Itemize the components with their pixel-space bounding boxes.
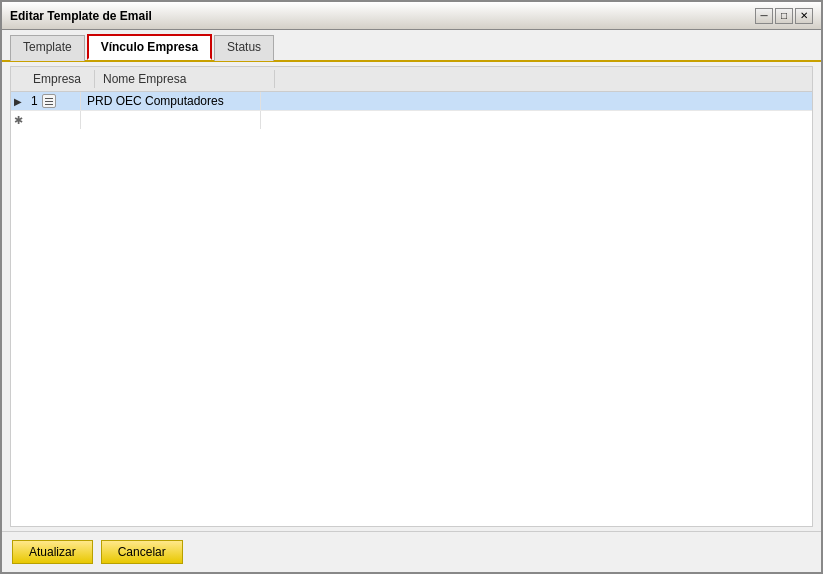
cell-nome-empresa: PRD OEC Computadores	[81, 92, 261, 110]
atualizar-button[interactable]: Atualizar	[12, 540, 93, 564]
window-controls: ─ □ ✕	[755, 8, 813, 24]
menu-line-3	[45, 104, 53, 105]
table-body: ▶ 1 PRD OEC Computadores ✱	[11, 92, 812, 526]
maximize-button[interactable]: □	[775, 8, 793, 24]
row-menu-icon[interactable]	[42, 94, 56, 108]
table-header: Empresa Nome Empresa	[11, 67, 812, 92]
tab-vinculo-empresa[interactable]: Vínculo Empresa	[87, 34, 212, 60]
window-title: Editar Template de Email	[10, 9, 152, 23]
minimize-button[interactable]: ─	[755, 8, 773, 24]
tab-bar: Template Vínculo Empresa Status	[2, 30, 821, 62]
cell-empresa: 1	[25, 92, 81, 110]
row-arrow-icon: ▶	[11, 96, 25, 107]
new-cell-empresa[interactable]	[25, 111, 81, 129]
new-cell-nome[interactable]	[81, 111, 261, 129]
footer: Atualizar Cancelar	[2, 531, 821, 572]
table-row[interactable]: ▶ 1 PRD OEC Computadores	[11, 92, 812, 111]
content-area: Empresa Nome Empresa ▶ 1 PRD OEC Computa…	[10, 66, 813, 527]
tab-status[interactable]: Status	[214, 35, 274, 61]
close-button[interactable]: ✕	[795, 8, 813, 24]
empresa-value: 1	[31, 94, 38, 108]
menu-line-1	[45, 98, 53, 99]
tab-template[interactable]: Template	[10, 35, 85, 61]
col-header-empresa: Empresa	[25, 70, 95, 88]
col-header-nome-empresa: Nome Empresa	[95, 70, 275, 88]
title-bar: Editar Template de Email ─ □ ✕	[2, 2, 821, 30]
main-window: Editar Template de Email ─ □ ✕ Template …	[0, 0, 823, 574]
menu-line-2	[45, 101, 53, 102]
cancelar-button[interactable]: Cancelar	[101, 540, 183, 564]
new-row-icon: ✱	[11, 114, 25, 127]
new-row: ✱	[11, 111, 812, 129]
